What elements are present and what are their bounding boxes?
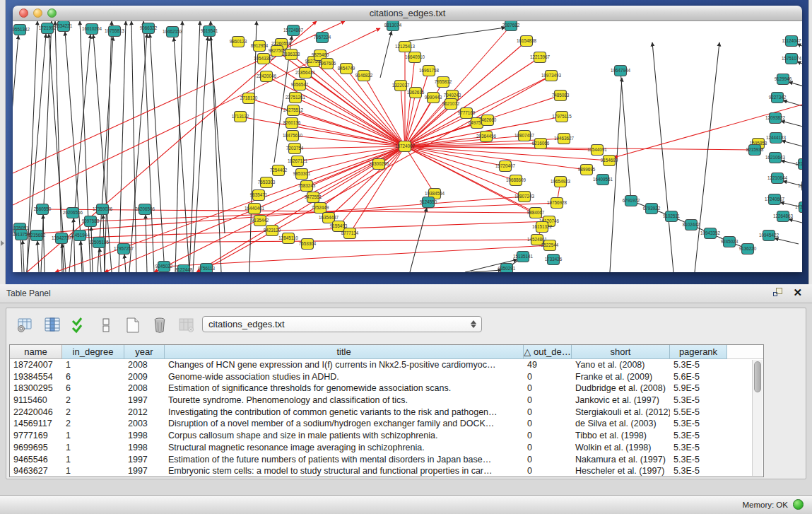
graph-node[interactable]: 15724807 xyxy=(283,25,304,36)
graph-node[interactable]: 12773444 xyxy=(798,181,802,192)
table-cell[interactable]: 1 xyxy=(62,442,124,454)
graph-node[interactable]: 15720407 xyxy=(495,161,516,172)
delete-table-icon[interactable] xyxy=(151,316,169,334)
graph-node[interactable]: 9899695 xyxy=(578,165,596,175)
graph-node[interactable]: 9227342 xyxy=(769,93,787,103)
column-header-pagerank[interactable]: pagerank xyxy=(670,345,727,359)
graph-node[interactable]: 6793922 xyxy=(643,204,661,214)
graph-node[interactable]: 19463627 xyxy=(554,134,575,144)
graph-node[interactable]: 7462660 xyxy=(479,115,497,126)
graph-node[interactable]: 16640910 xyxy=(405,52,425,63)
graph-node[interactable]: 22751261 xyxy=(286,93,306,103)
graph-node[interactable]: 11544091 xyxy=(587,145,607,156)
graph-node[interactable]: 10943352 xyxy=(700,228,721,239)
graph-node[interactable]: 10462153 xyxy=(163,27,183,37)
table-cell[interactable]: 5.9E-5 xyxy=(670,382,727,395)
table-row[interactable]: 977716911998Corpus callosum shape and si… xyxy=(10,430,763,442)
graph-node[interactable]: 9860123 xyxy=(230,37,247,47)
column-header-in_degree[interactable]: in_degree xyxy=(62,345,124,359)
graph-node[interactable]: 8186328 xyxy=(283,49,300,60)
graph-node[interactable]: 6791972 xyxy=(623,196,640,206)
table-cell[interactable]: 0 xyxy=(524,465,572,477)
graph-node[interactable]: 17310554 xyxy=(795,202,802,213)
graph-node[interactable]: 7653303 xyxy=(258,177,276,188)
graph-node[interactable]: 7203754 xyxy=(286,144,304,154)
table-cell[interactable]: 1998 xyxy=(124,442,165,454)
table-cell[interactable]: 1997 xyxy=(124,465,165,477)
graph-node[interactable]: 9136220 xyxy=(739,244,757,255)
table-cell[interactable]: 5.3E-5 xyxy=(670,395,727,407)
graph-node[interactable]: 1362615 xyxy=(407,88,425,98)
table-cell[interactable]: 9463627 xyxy=(10,465,62,477)
table-cell[interactable]: 0 xyxy=(524,382,572,395)
graph-node[interactable]: 2087682 xyxy=(502,21,520,31)
table-row[interactable]: 1938455462009Genome-wide association stu… xyxy=(10,371,763,383)
graph-node[interactable]: 18807243 xyxy=(514,192,535,202)
graph-node[interactable]: 19647944 xyxy=(611,66,631,76)
table-cell[interactable]: 49 xyxy=(524,359,572,371)
graph-node[interactable]: 17240667 xyxy=(765,194,785,205)
graph-node[interactable]: 9635471 xyxy=(250,190,268,201)
column-header-year[interactable]: year xyxy=(124,345,165,359)
graph-node[interactable]: 9334221 xyxy=(55,21,73,32)
float-panel-icon[interactable] xyxy=(773,288,783,298)
table-cell[interactable]: de Silva et al. (2003) xyxy=(572,418,670,430)
graph-node[interactable]: 9245022 xyxy=(155,262,173,272)
column-header-title[interactable]: title xyxy=(165,345,524,359)
graph-node[interactable]: 21856431 xyxy=(295,68,316,78)
table-cell[interactable]: 18300295 xyxy=(10,382,62,395)
graph-node[interactable]: 8423120 xyxy=(264,226,281,236)
table-cell[interactable]: 5.5E-5 xyxy=(670,407,727,419)
table-cell[interactable]: 5.6E-5 xyxy=(670,371,727,383)
graph-node[interactable]: 17975115 xyxy=(552,112,572,122)
graph-node[interactable]: 10755813 xyxy=(105,26,125,37)
graph-node[interactable]: 8454749 xyxy=(338,64,355,74)
graph-node[interactable]: 2522544 xyxy=(541,240,559,251)
graph-node[interactable]: 8102442 xyxy=(683,220,700,230)
graph-node[interactable]: 12213967 xyxy=(530,52,551,63)
graph-node[interactable]: 1713132 xyxy=(232,112,249,122)
table-cell[interactable]: 9699695 xyxy=(10,442,62,454)
table-cell[interactable]: 2008 xyxy=(124,359,165,371)
graph-node[interactable]: 16010204 xyxy=(82,24,102,35)
graph-node[interactable]: 7485083 xyxy=(552,90,570,101)
table-cell[interactable]: Structural magnetic resonance image aver… xyxy=(165,442,524,454)
graph-node[interactable]: 7254402 xyxy=(270,165,288,176)
table-cell[interactable]: 1 xyxy=(62,359,124,371)
graph-node[interactable]: 9245023 xyxy=(721,237,739,247)
table-cell[interactable]: Embryonic stem cells: a model to study s… xyxy=(165,465,524,477)
table-cell[interactable]: Disruption of a novel member of a sodium… xyxy=(165,418,524,430)
graph-node[interactable]: 20364456 xyxy=(476,132,497,142)
graph-node[interactable]: 2718120 xyxy=(240,93,258,104)
graph-node[interactable]: 1215682 xyxy=(28,230,46,241)
table-row[interactable]: 969969511998Structural magnetic resonanc… xyxy=(10,442,763,454)
graph-node[interactable]: 6216066 xyxy=(532,139,550,149)
graph-node[interactable]: 2967606 xyxy=(319,59,336,69)
table-cell[interactable]: 2008 xyxy=(124,382,165,395)
graph-node[interactable]: 12210644 xyxy=(767,173,788,184)
graph-node[interactable]: 16409551 xyxy=(593,175,613,185)
graph-node[interactable]: 7955812 xyxy=(435,77,452,88)
graph-node[interactable]: 12264863 xyxy=(773,211,794,222)
graph-node[interactable]: 1227047 xyxy=(796,159,802,170)
table-cell[interactable]: 2009 xyxy=(124,371,165,383)
table-cell[interactable]: 9465546 xyxy=(10,454,62,466)
table-cell[interactable]: 6 xyxy=(62,371,124,383)
table-cell[interactable]: 5.3E-5 xyxy=(670,465,727,477)
table-cell[interactable]: Hescheler et al. (1997) xyxy=(572,465,670,477)
graph-node[interactable]: 16154838 xyxy=(517,36,537,47)
graph-node[interactable]: 12125413 xyxy=(395,42,416,52)
graph-node[interactable]: 12845110 xyxy=(278,233,298,244)
table-cell[interactable]: 5.3E-5 xyxy=(670,359,727,371)
graph-node[interactable]: 18267121 xyxy=(288,156,308,167)
column-header-out_de[interactable]: △ out_de… xyxy=(524,345,572,359)
table-cell[interactable]: Genome-wide association studies in ADHD. xyxy=(165,371,524,383)
table-cell[interactable]: 0 xyxy=(524,407,572,419)
table-scrollbar[interactable] xyxy=(752,360,763,476)
graph-node[interactable]: 9777169 xyxy=(458,108,476,119)
table-cell[interactable]: 1998 xyxy=(124,430,165,442)
table-cell[interactable]: Tibbo et al. (1998) xyxy=(572,430,670,442)
table-cell[interactable]: 0 xyxy=(524,430,572,442)
graph-node[interactable]: 1733426 xyxy=(545,255,563,265)
table-row[interactable]: 946554611997Estimation of the future num… xyxy=(10,454,763,466)
